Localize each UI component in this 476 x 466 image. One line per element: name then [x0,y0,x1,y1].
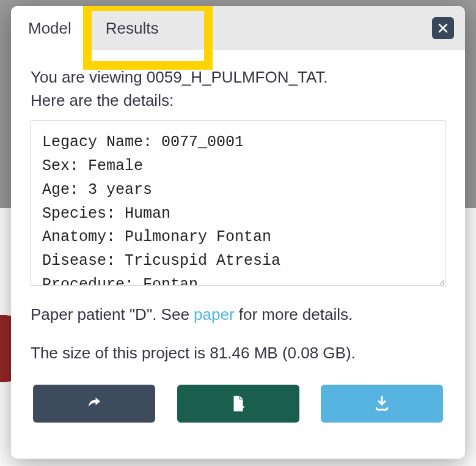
notes-text: Paper patient "D". See paper for more de… [31,303,445,327]
intro-prefix: You are viewing [31,68,147,86]
size-text: The size of this project is 81.46 MB (0.… [31,344,445,363]
notes-suffix: for more details. [235,305,353,324]
paper-link[interactable]: paper [194,305,235,324]
download-button[interactable] [321,385,443,423]
details-textarea[interactable]: Legacy Name: 0077_0001 Sex: Female Age: … [31,120,445,286]
notes-prefix: Paper patient "D". See [31,305,194,324]
tab-bar: Model Results [11,6,465,50]
size-gb: (0.08 GB) [282,344,351,362]
tab-model[interactable]: Model [11,6,89,50]
project-modal: Model Results You are viewing 0059_H_PUL… [11,6,465,459]
intro-line2: Here are the details: [31,91,174,109]
close-button[interactable] [432,17,454,39]
svg-text:PDF: PDF [235,405,244,410]
share-button[interactable] [33,385,155,423]
project-id: 0059_H_PULMFON_TAT [147,68,323,86]
size-mb: 81.46 MB [210,344,277,362]
pdf-icon: PDF [229,394,247,413]
share-icon [85,394,103,413]
pdf-button[interactable]: PDF [177,385,299,423]
size-prefix: The size of this project is [31,344,210,362]
action-buttons: PDF [31,385,445,437]
tab-results[interactable]: Results [89,6,176,50]
intro-text: You are viewing 0059_H_PULMFON_TAT. Here… [31,66,445,112]
download-icon [373,394,391,413]
close-icon [438,23,448,33]
modal-body: You are viewing 0059_H_PULMFON_TAT. Here… [11,50,465,459]
size-suffix: . [351,344,356,362]
intro-suffix: . [323,68,328,86]
